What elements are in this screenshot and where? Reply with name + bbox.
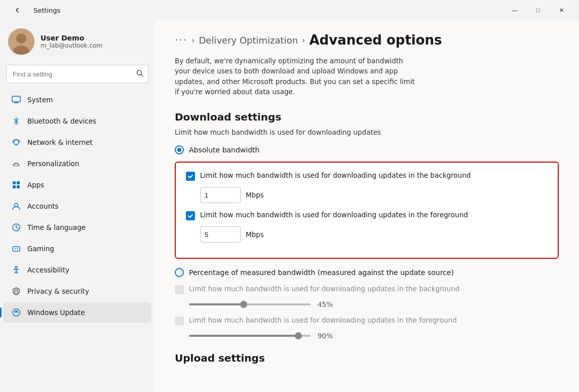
user-info: User Demo m_lab@outlook.com <box>41 34 102 49</box>
search-input[interactable] <box>6 65 148 83</box>
sidebar-item-label: Accessibility <box>27 266 69 274</box>
sidebar-item-windowsupdate[interactable]: Windows Update <box>3 302 151 323</box>
bg-checkbox[interactable] <box>186 172 195 181</box>
svg-line-4 <box>141 74 143 76</box>
download-settings-section: Download settings Limit how much bandwid… <box>175 111 559 340</box>
windows-update-icon <box>11 307 21 318</box>
user-name: User Demo <box>41 34 102 42</box>
breadcrumb-dots: ··· <box>175 34 187 46</box>
svg-point-8 <box>16 144 17 146</box>
app-body: User Demo m_lab@outlook.com System Bluet… <box>0 20 579 392</box>
sidebar-item-label: Time & language <box>27 223 86 231</box>
window-title: Settings <box>33 7 60 14</box>
sidebar-item-personalization[interactable]: Personalization <box>3 153 151 174</box>
absolute-radio[interactable] <box>175 145 184 154</box>
svg-point-20 <box>15 266 17 268</box>
fg-input-row: Mbps <box>200 226 548 243</box>
svg-rect-5 <box>12 96 20 102</box>
title-bar-left: Settings <box>6 2 60 18</box>
sidebar-item-label: Windows Update <box>27 308 85 317</box>
sidebar-item-label: Gaming <box>27 245 54 253</box>
pct-fg-slider[interactable] <box>189 335 311 337</box>
main-content: ··· › Delivery Optimization › Advanced o… <box>155 20 579 392</box>
pct-bg-label: Limit how much bandwidth is used for dow… <box>189 284 459 294</box>
network-icon <box>11 137 21 147</box>
svg-point-1 <box>16 33 26 44</box>
bg-mbps-input[interactable] <box>200 187 241 203</box>
percentage-row[interactable]: Percentage of measured bandwidth (measur… <box>175 268 559 277</box>
svg-rect-10 <box>13 181 16 184</box>
absolute-bandwidth-row[interactable]: Absolute bandwidth <box>175 145 559 154</box>
search-icon <box>136 70 143 79</box>
fg-checkbox[interactable] <box>186 211 195 220</box>
time-icon <box>11 222 21 232</box>
system-icon <box>11 95 21 105</box>
percentage-label: Percentage of measured bandwidth (measur… <box>189 268 454 277</box>
fg-checkbox-row[interactable]: Limit how much bandwidth is used for dow… <box>186 210 548 220</box>
svg-rect-12 <box>13 185 16 188</box>
breadcrumb-sep2: › <box>302 35 305 45</box>
pct-bg-slider-row: 45% <box>189 300 559 308</box>
sidebar-item-privacy[interactable]: Privacy & security <box>3 281 151 301</box>
fg-mbps-input[interactable] <box>200 226 241 243</box>
sidebar-item-apps[interactable]: Apps <box>3 175 151 195</box>
svg-rect-16 <box>13 247 20 251</box>
breadcrumb-link[interactable]: Delivery Optimization <box>199 35 298 46</box>
breadcrumb: ··· › Delivery Optimization › Advanced o… <box>175 32 559 48</box>
pct-fg-label: Limit how much bandwidth is used for dow… <box>189 316 457 325</box>
minimize-button[interactable]: — <box>503 2 526 18</box>
page-description: By default, we're dynamically optimizing… <box>175 56 418 97</box>
percentage-radio[interactable] <box>175 268 184 277</box>
upload-settings-title: Upload settings <box>175 352 559 364</box>
pct-bg-thumb[interactable] <box>240 301 247 308</box>
pct-fg-checkbox-row: Limit how much bandwidth is used for dow… <box>175 316 559 326</box>
sidebar-item-label: Apps <box>27 181 44 189</box>
pct-bg-slider[interactable] <box>189 303 311 305</box>
pct-fg-value: 90% <box>318 332 336 340</box>
svg-rect-21 <box>15 291 18 293</box>
pct-bg-fill <box>189 303 244 305</box>
sidebar-item-accounts[interactable]: Accounts <box>3 196 151 216</box>
absolute-label: Absolute bandwidth <box>189 146 259 154</box>
svg-rect-11 <box>17 181 20 184</box>
privacy-icon <box>11 286 21 296</box>
bg-checkbox-row[interactable]: Limit how much bandwidth is used for dow… <box>186 171 548 181</box>
download-settings-subtitle: Limit how much bandwidth is used for dow… <box>175 128 559 136</box>
bg-input-row: Mbps <box>200 187 548 203</box>
accessibility-icon <box>11 265 21 275</box>
window-controls: — □ ✕ <box>503 2 573 18</box>
back-button[interactable] <box>6 2 29 18</box>
title-bar: Settings — □ ✕ <box>0 0 579 20</box>
search-box <box>6 65 148 83</box>
sidebar-item-label: Bluetooth & devices <box>27 117 96 125</box>
download-settings-title: Download settings <box>175 111 559 123</box>
close-button[interactable]: ✕ <box>550 2 573 18</box>
pct-fg-fill <box>189 335 298 337</box>
user-profile[interactable]: User Demo m_lab@outlook.com <box>0 20 155 63</box>
maximize-button[interactable]: □ <box>526 2 550 18</box>
bg-mbps-label: Mbps <box>246 191 264 199</box>
absolute-settings-box: Limit how much bandwidth is used for dow… <box>175 162 559 259</box>
breadcrumb-current: Advanced options <box>309 32 442 48</box>
apps-icon <box>11 180 21 190</box>
sidebar-item-bluetooth[interactable]: Bluetooth & devices <box>3 111 151 131</box>
svg-point-19 <box>17 248 18 249</box>
breadcrumb-sep: › <box>191 35 195 45</box>
pct-fg-checkbox <box>175 317 184 326</box>
pct-bg-checkbox-row: Limit how much bandwidth is used for dow… <box>175 284 559 294</box>
pct-bg-checkbox <box>175 285 184 294</box>
sidebar: User Demo m_lab@outlook.com System Bluet… <box>0 20 155 392</box>
sidebar-item-accessibility[interactable]: Accessibility <box>3 260 151 280</box>
sidebar-item-time[interactable]: Time & language <box>3 217 151 238</box>
sidebar-item-network[interactable]: Network & internet <box>3 132 151 152</box>
sidebar-item-label: Privacy & security <box>27 287 89 295</box>
fg-mbps-label: Mbps <box>246 230 264 239</box>
upload-settings-section: Upload settings <box>175 352 559 364</box>
sidebar-item-gaming[interactable]: Gaming <box>3 239 151 259</box>
pct-bg-value: 45% <box>318 300 336 308</box>
sidebar-item-system[interactable]: System <box>3 90 151 110</box>
bg-checkbox-label: Limit how much bandwidth is used for dow… <box>200 171 471 180</box>
sidebar-item-label: Accounts <box>27 202 59 210</box>
fg-checkbox-label: Limit how much bandwidth is used for dow… <box>200 210 468 220</box>
pct-fg-thumb[interactable] <box>295 332 302 339</box>
